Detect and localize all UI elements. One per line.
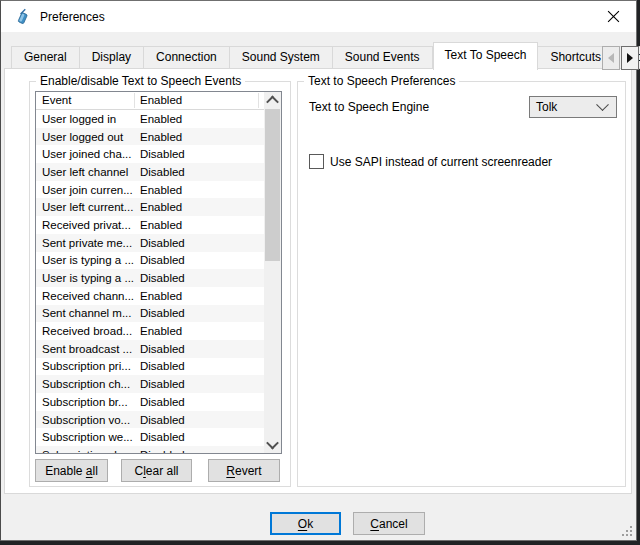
scroll-right-icon [627, 53, 633, 63]
group-tts-events-title: Enable/disable Text to Speech Events [36, 74, 245, 88]
window-title: Preferences [40, 10, 105, 24]
list-row[interactable]: Subscription pri...Disabled [36, 358, 264, 376]
tab-scroll-buttons [601, 46, 639, 70]
resize-grip[interactable] [622, 526, 632, 536]
list-body: User logged inEnabledUser logged outEnab… [36, 110, 264, 453]
list-row[interactable]: Subscription br...Disabled [36, 393, 264, 411]
sapi-checkbox-label[interactable]: Use SAPI instead of current screenreader [330, 155, 552, 169]
ok-button[interactable]: Ok [270, 512, 341, 535]
chevron-down-icon [266, 437, 279, 450]
enabled-cell: Enabled [140, 219, 264, 231]
cancel-button[interactable]: Cancel [353, 512, 425, 535]
label-part: ll [93, 464, 98, 478]
column-separator[interactable] [258, 93, 259, 108]
tts-engine-value: Tolk [530, 100, 598, 114]
event-cell: Subscription we... [36, 431, 140, 443]
enabled-cell: Disabled [140, 396, 264, 408]
enabled-cell: Disabled [140, 272, 264, 284]
enabled-cell: Disabled [140, 360, 264, 372]
tab-sound-events[interactable]: Sound Events [333, 46, 433, 69]
list-row[interactable]: Received privat...Enabled [36, 216, 264, 234]
enabled-cell: Enabled [140, 113, 264, 125]
list-scrollbar[interactable] [264, 92, 281, 453]
app-icon [14, 8, 31, 25]
list-row[interactable]: User join curren...Enabled [36, 181, 264, 199]
tts-engine-label: Text to Speech Engine [309, 96, 429, 118]
list-row[interactable]: Subscription ch...Disabled [36, 446, 264, 453]
enabled-cell: Enabled [140, 325, 264, 337]
event-cell: Subscription vo... [36, 414, 140, 426]
preferences-window: Preferences GeneralDisplayConnectionSoun… [0, 0, 637, 541]
list-row[interactable]: Received chann...Enabled [36, 287, 264, 305]
scrollbar-thumb[interactable] [265, 109, 280, 261]
sapi-checkbox[interactable] [309, 154, 324, 169]
enabled-cell: Disabled [140, 343, 264, 355]
tts-engine-combobox[interactable]: Tolk [529, 96, 617, 118]
close-button[interactable] [591, 1, 636, 32]
event-cell: User join curren... [36, 184, 140, 196]
group-tts-preferences-title: Text to Speech Preferences [304, 74, 459, 88]
list-row[interactable]: Subscription ch...Disabled [36, 375, 264, 393]
list-row[interactable]: User logged inEnabled [36, 110, 264, 128]
label-part: Enable [45, 464, 86, 478]
tab-scroll-right-button[interactable] [621, 46, 639, 70]
label-part: O [298, 517, 307, 531]
enable-all-button[interactable]: Enable all [35, 459, 108, 482]
revert-button[interactable]: Revert [208, 459, 280, 482]
tab-general[interactable]: General [11, 46, 80, 69]
label-part: a [86, 464, 93, 478]
tts-events-list[interactable]: Event Enabled User logged inEnabledUser … [35, 91, 282, 454]
enabled-cell: Enabled [140, 201, 264, 213]
chevron-up-icon [266, 96, 279, 109]
list-header: Event Enabled [36, 92, 264, 110]
scrollbar-down-button[interactable] [264, 436, 281, 453]
label-part: C [370, 517, 379, 531]
list-row[interactable]: Sent channel m...Disabled [36, 305, 264, 323]
list-row[interactable]: User left current...Enabled [36, 198, 264, 216]
enabled-cell: Disabled [140, 414, 264, 426]
enabled-cell: Disabled [140, 378, 264, 390]
list-row[interactable]: User joined cha...Disabled [36, 145, 264, 163]
list-row[interactable]: Sent broadcast ...Disabled [36, 340, 264, 358]
tab-strip: GeneralDisplayConnectionSound SystemSoun… [11, 42, 640, 70]
list-row[interactable]: Subscription we...Disabled [36, 428, 264, 446]
event-cell: Subscription pri... [36, 360, 140, 372]
column-header-event[interactable]: Event [36, 92, 140, 109]
event-cell: User left channel [36, 166, 140, 178]
label-part: ear all [146, 464, 179, 478]
tab-text-to-speech[interactable]: Text To Speech [433, 42, 539, 70]
clear-all-button[interactable]: Clear all [121, 459, 192, 482]
list-row[interactable]: User is typing a ...Disabled [36, 269, 264, 287]
list-row[interactable]: User is typing a ...Disabled [36, 252, 264, 270]
event-cell: User joined cha... [36, 148, 140, 160]
enabled-cell: Disabled [140, 148, 264, 160]
list-row[interactable]: User logged outEnabled [36, 128, 264, 146]
column-header-enabled[interactable]: Enabled [140, 92, 264, 109]
list-row[interactable]: Sent private me...Disabled [36, 234, 264, 252]
sapi-checkbox-row: Use SAPI instead of current screenreader [309, 154, 552, 169]
list-row[interactable]: User left channelDisabled [36, 163, 264, 181]
event-cell: Received chann... [36, 290, 140, 302]
enabled-cell: Enabled [140, 184, 264, 196]
event-cell: Subscription ch... [36, 449, 140, 453]
scrollbar-up-button[interactable] [264, 92, 281, 109]
event-cell: Received broad... [36, 325, 140, 337]
enabled-cell: Disabled [140, 449, 264, 453]
label-part: ancel [379, 517, 408, 531]
close-icon [607, 10, 620, 23]
event-cell: Subscription ch... [36, 378, 140, 390]
column-separator[interactable] [134, 93, 135, 108]
enabled-cell: Disabled [140, 254, 264, 266]
list-row[interactable]: Subscription vo...Disabled [36, 411, 264, 429]
event-cell: User is typing a ... [36, 272, 140, 284]
list-row[interactable]: Received broad...Enabled [36, 322, 264, 340]
event-cell: User is typing a ... [36, 254, 140, 266]
tab-display[interactable]: Display [80, 46, 144, 69]
tab-connection[interactable]: Connection [144, 46, 230, 69]
tab-sound-system[interactable]: Sound System [230, 46, 333, 69]
event-cell: Sent channel m... [36, 307, 140, 319]
enabled-cell: Disabled [140, 166, 264, 178]
event-cell: Sent private me... [36, 237, 140, 249]
label-part: k [307, 517, 313, 531]
tab-scroll-left-button[interactable] [602, 46, 620, 70]
